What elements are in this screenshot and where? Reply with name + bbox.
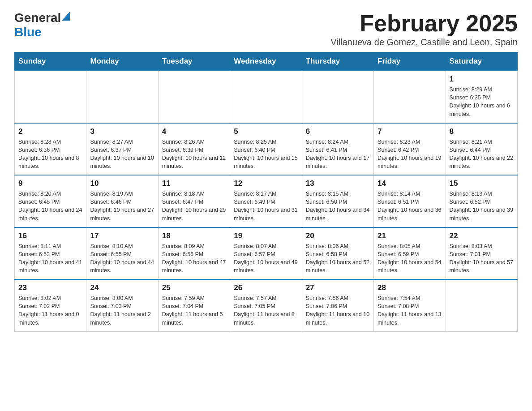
calendar-cell: 22Sunrise: 8:03 AMSunset: 7:01 PMDayligh… — [446, 227, 517, 280]
logo-triangle-icon — [62, 12, 70, 22]
calendar-cell: 17Sunrise: 8:10 AMSunset: 6:55 PMDayligh… — [86, 227, 158, 280]
column-header-friday: Friday — [374, 52, 446, 71]
column-header-sunday: Sunday — [15, 52, 86, 71]
day-number: 23 — [18, 283, 82, 292]
calendar-cell: 24Sunrise: 8:00 AMSunset: 7:03 PMDayligh… — [86, 279, 158, 331]
calendar-cell: 15Sunrise: 8:13 AMSunset: 6:52 PMDayligh… — [446, 175, 517, 227]
calendar-cell: 20Sunrise: 8:06 AMSunset: 6:58 PMDayligh… — [302, 227, 373, 280]
day-info: Sunrise: 8:10 AMSunset: 6:55 PMDaylight:… — [90, 242, 154, 275]
day-number: 4 — [162, 127, 226, 136]
calendar-cell — [374, 71, 446, 123]
day-info: Sunrise: 8:09 AMSunset: 6:56 PMDaylight:… — [162, 242, 226, 275]
day-info: Sunrise: 8:13 AMSunset: 6:52 PMDaylight:… — [450, 190, 514, 223]
day-number: 7 — [378, 127, 442, 136]
day-info: Sunrise: 8:21 AMSunset: 6:44 PMDaylight:… — [450, 138, 514, 171]
calendar-week-row: 23Sunrise: 8:02 AMSunset: 7:02 PMDayligh… — [15, 279, 518, 331]
day-info: Sunrise: 8:25 AMSunset: 6:40 PMDaylight:… — [234, 138, 298, 171]
calendar-cell: 14Sunrise: 8:14 AMSunset: 6:51 PMDayligh… — [374, 175, 446, 227]
day-info: Sunrise: 8:14 AMSunset: 6:51 PMDaylight:… — [378, 190, 442, 223]
day-number: 22 — [450, 231, 514, 240]
calendar-cell: 1Sunrise: 8:29 AMSunset: 6:35 PMDaylight… — [446, 71, 517, 123]
day-number: 10 — [90, 179, 154, 188]
day-number: 28 — [378, 283, 442, 292]
day-number: 15 — [450, 179, 514, 188]
calendar-cell — [446, 279, 517, 331]
column-header-wednesday: Wednesday — [230, 52, 302, 71]
calendar-cell: 7Sunrise: 8:23 AMSunset: 6:42 PMDaylight… — [374, 123, 446, 176]
calendar-cell: 26Sunrise: 7:57 AMSunset: 7:05 PMDayligh… — [230, 279, 302, 331]
day-number: 27 — [306, 283, 370, 292]
day-number: 19 — [234, 231, 298, 240]
day-info: Sunrise: 7:56 AMSunset: 7:06 PMDaylight:… — [306, 294, 370, 327]
day-number: 21 — [378, 231, 442, 240]
calendar-cell: 21Sunrise: 8:05 AMSunset: 6:59 PMDayligh… — [374, 227, 446, 280]
day-info: Sunrise: 8:29 AMSunset: 6:35 PMDaylight:… — [450, 86, 514, 118]
day-info: Sunrise: 8:26 AMSunset: 6:39 PMDaylight:… — [162, 138, 226, 171]
calendar-week-row: 2Sunrise: 8:28 AMSunset: 6:36 PMDaylight… — [15, 123, 518, 176]
calendar-cell: 10Sunrise: 8:19 AMSunset: 6:46 PMDayligh… — [86, 175, 158, 227]
calendar-cell: 9Sunrise: 8:20 AMSunset: 6:45 PMDaylight… — [15, 175, 86, 227]
day-number: 8 — [450, 127, 514, 136]
day-number: 12 — [234, 179, 298, 188]
calendar-cell: 18Sunrise: 8:09 AMSunset: 6:56 PMDayligh… — [158, 227, 230, 280]
calendar-cell: 12Sunrise: 8:17 AMSunset: 6:49 PMDayligh… — [230, 175, 302, 227]
day-info: Sunrise: 7:54 AMSunset: 7:08 PMDaylight:… — [378, 294, 442, 327]
day-number: 24 — [90, 283, 154, 292]
column-header-thursday: Thursday — [302, 52, 373, 71]
day-number: 5 — [234, 127, 298, 136]
day-info: Sunrise: 8:27 AMSunset: 6:37 PMDaylight:… — [90, 138, 154, 171]
day-number: 3 — [90, 127, 154, 136]
day-info: Sunrise: 8:15 AMSunset: 6:50 PMDaylight:… — [306, 190, 370, 223]
calendar-cell: 4Sunrise: 8:26 AMSunset: 6:39 PMDaylight… — [158, 123, 230, 176]
day-number: 13 — [306, 179, 370, 188]
calendar-week-row: 1Sunrise: 8:29 AMSunset: 6:35 PMDaylight… — [15, 71, 518, 123]
calendar-cell: 27Sunrise: 7:56 AMSunset: 7:06 PMDayligh… — [302, 279, 373, 331]
day-number: 14 — [378, 179, 442, 188]
calendar-cell: 25Sunrise: 7:59 AMSunset: 7:04 PMDayligh… — [158, 279, 230, 331]
logo-blue-text: Blue — [14, 25, 42, 39]
calendar-cell: 6Sunrise: 8:24 AMSunset: 6:41 PMDaylight… — [302, 123, 373, 176]
day-info: Sunrise: 8:23 AMSunset: 6:42 PMDaylight:… — [378, 138, 442, 171]
day-info: Sunrise: 8:20 AMSunset: 6:45 PMDaylight:… — [18, 190, 82, 223]
column-header-tuesday: Tuesday — [158, 52, 230, 71]
calendar-cell: 8Sunrise: 8:21 AMSunset: 6:44 PMDaylight… — [446, 123, 517, 176]
day-number: 16 — [18, 231, 82, 240]
day-info: Sunrise: 8:19 AMSunset: 6:46 PMDaylight:… — [90, 190, 154, 223]
calendar-cell: 13Sunrise: 8:15 AMSunset: 6:50 PMDayligh… — [302, 175, 373, 227]
day-number: 11 — [162, 179, 226, 188]
svg-marker-0 — [62, 12, 70, 21]
day-info: Sunrise: 8:05 AMSunset: 6:59 PMDaylight:… — [378, 242, 442, 275]
calendar-cell — [158, 71, 230, 123]
day-info: Sunrise: 8:03 AMSunset: 7:01 PMDaylight:… — [450, 242, 514, 275]
location-subtitle: Villanueva de Gomez, Castille and Leon, … — [330, 37, 518, 47]
column-header-monday: Monday — [86, 52, 158, 71]
day-info: Sunrise: 8:18 AMSunset: 6:47 PMDaylight:… — [162, 190, 226, 223]
calendar-cell: 5Sunrise: 8:25 AMSunset: 6:40 PMDaylight… — [230, 123, 302, 176]
calendar-cell: 11Sunrise: 8:18 AMSunset: 6:47 PMDayligh… — [158, 175, 230, 227]
calendar-week-row: 16Sunrise: 8:11 AMSunset: 6:53 PMDayligh… — [15, 227, 518, 280]
day-number: 2 — [18, 127, 82, 136]
day-number: 25 — [162, 283, 226, 292]
day-number: 1 — [450, 75, 514, 84]
day-info: Sunrise: 8:02 AMSunset: 7:02 PMDaylight:… — [18, 294, 82, 327]
calendar-cell: 23Sunrise: 8:02 AMSunset: 7:02 PMDayligh… — [15, 279, 86, 331]
day-info: Sunrise: 7:57 AMSunset: 7:05 PMDaylight:… — [234, 294, 298, 327]
title-block: February 2025 Villanueva de Gomez, Casti… — [330, 11, 518, 47]
day-number: 9 — [18, 179, 82, 188]
calendar-cell — [15, 71, 86, 123]
day-info: Sunrise: 8:17 AMSunset: 6:49 PMDaylight:… — [234, 190, 298, 223]
day-info: Sunrise: 8:11 AMSunset: 6:53 PMDaylight:… — [18, 242, 82, 275]
day-number: 6 — [306, 127, 370, 136]
day-info: Sunrise: 8:24 AMSunset: 6:41 PMDaylight:… — [306, 138, 370, 171]
calendar-week-row: 9Sunrise: 8:20 AMSunset: 6:45 PMDaylight… — [15, 175, 518, 227]
day-number: 20 — [306, 231, 370, 240]
calendar-cell: 28Sunrise: 7:54 AMSunset: 7:08 PMDayligh… — [374, 279, 446, 331]
day-info: Sunrise: 7:59 AMSunset: 7:04 PMDaylight:… — [162, 294, 226, 327]
day-number: 17 — [90, 231, 154, 240]
day-info: Sunrise: 8:06 AMSunset: 6:58 PMDaylight:… — [306, 242, 370, 275]
logo-general-text: General — [14, 11, 61, 25]
day-number: 18 — [162, 231, 226, 240]
calendar-cell — [230, 71, 302, 123]
calendar-cell: 2Sunrise: 8:28 AMSunset: 6:36 PMDaylight… — [15, 123, 86, 176]
day-info: Sunrise: 8:28 AMSunset: 6:36 PMDaylight:… — [18, 138, 82, 171]
